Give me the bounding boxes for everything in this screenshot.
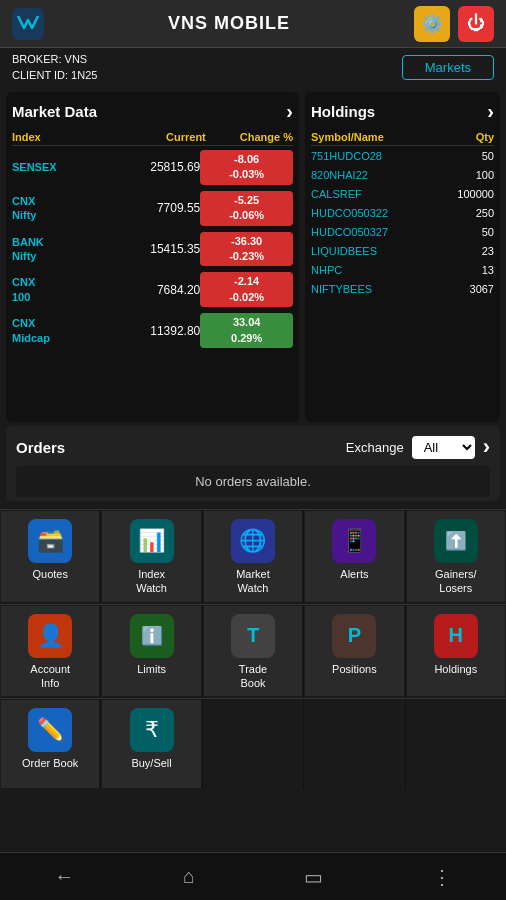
markets-button[interactable]: Markets xyxy=(402,55,494,80)
market-index-name: CNXNifty xyxy=(12,194,106,223)
orders-title: Orders xyxy=(16,439,65,456)
nav-index-watch-label: IndexWatch xyxy=(136,567,167,596)
broker-label: BROKER: VNS xyxy=(12,51,97,68)
account-info-icon: 👤 xyxy=(28,614,72,658)
holdings-qty: 100 xyxy=(476,169,494,181)
holdings-symbol: CALSREF xyxy=(311,188,457,200)
holdings-icon: H xyxy=(434,614,478,658)
nav-empty-5 xyxy=(406,699,506,789)
holdings-rows-container: 751HUDCO28 50 820NHAI22 100 CALSREF 1000… xyxy=(311,150,494,295)
col-index-header: Index xyxy=(12,131,109,143)
holdings-symbol: HUDCO050322 xyxy=(311,207,476,219)
market-index-name: CNXMidcap xyxy=(12,316,106,345)
nav-positions-label: Positions xyxy=(332,662,377,676)
market-row: CNXMidcap 11392.80 33.040.29% xyxy=(12,313,293,348)
holdings-row: CALSREF 100000 xyxy=(311,188,494,200)
holdings-row: NHPC 13 xyxy=(311,264,494,276)
android-home-button[interactable]: ⌂ xyxy=(183,865,195,888)
broker-bar: BROKER: VNS CLIENT ID: 1N25 Markets xyxy=(0,48,506,86)
holdings-panel-arrow[interactable]: › xyxy=(487,100,494,123)
holdings-panel-title: Holdings xyxy=(311,103,375,120)
holdings-table-header: Symbol/Name Qty xyxy=(311,129,494,146)
market-row: CNX100 7684.20 -2.14-0.02% xyxy=(12,272,293,307)
nav-market-watch[interactable]: 🌐 MarketWatch xyxy=(203,510,303,603)
nav-grid-row3: ✏️ Order Book ₹ Buy/Sell xyxy=(0,698,506,789)
app-title: VNS MOBILE xyxy=(44,13,414,34)
holdings-panel-header: Holdings › xyxy=(311,100,494,123)
holdings-symbol: 820NHAI22 xyxy=(311,169,476,181)
col-symbol-header: Symbol/Name xyxy=(311,131,476,143)
quotes-icon: 🗃️ xyxy=(28,519,72,563)
nav-buy-sell-label: Buy/Sell xyxy=(131,756,171,770)
holdings-row: 751HUDCO28 50 xyxy=(311,150,494,162)
nav-account-info[interactable]: 👤 AccountInfo xyxy=(0,605,100,698)
orders-arrow[interactable]: › xyxy=(483,434,490,460)
nav-grid-container: 🗃️ Quotes 📊 IndexWatch 🌐 MarketWatch 📱 A… xyxy=(0,509,506,789)
holdings-panel: Holdings › Symbol/Name Qty 751HUDCO28 50… xyxy=(305,92,500,422)
nav-order-book[interactable]: ✏️ Order Book xyxy=(0,699,100,789)
android-back-button[interactable]: ← xyxy=(54,865,74,888)
nav-trade-book[interactable]: T TradeBook xyxy=(203,605,303,698)
holdings-symbol: NHPC xyxy=(311,264,482,276)
limits-icon: ℹ️ xyxy=(130,614,174,658)
market-current-value: 25815.69 xyxy=(106,160,200,174)
holdings-row: LIQUIDBEES 23 xyxy=(311,245,494,257)
header-actions: ⚙️ ⏻ xyxy=(414,6,494,42)
android-recent-button[interactable]: ▭ xyxy=(304,865,323,889)
android-nav-bar: ← ⌂ ▭ ⋮ xyxy=(0,852,506,900)
logo-container xyxy=(12,8,44,40)
market-watch-icon: 🌐 xyxy=(231,519,275,563)
nav-alerts-label: Alerts xyxy=(340,567,368,581)
nav-index-watch[interactable]: 📊 IndexWatch xyxy=(101,510,201,603)
nav-grid-row2: 👤 AccountInfo ℹ️ Limits T TradeBook P Po… xyxy=(0,604,506,698)
market-row: SENSEX 25815.69 -8.06-0.03% xyxy=(12,150,293,185)
nav-holdings-label: Holdings xyxy=(434,662,477,676)
market-index-name: SENSEX xyxy=(12,160,106,174)
holdings-qty: 50 xyxy=(482,150,494,162)
panels-row: Market Data › Index Current Change % SEN… xyxy=(0,86,506,426)
nav-limits-label: Limits xyxy=(137,662,166,676)
col-qty-header: Qty xyxy=(476,131,494,143)
exchange-select[interactable]: All NSE BSE xyxy=(412,436,475,459)
nav-positions[interactable]: P Positions xyxy=(304,605,404,698)
market-rows-container: SENSEX 25815.69 -8.06-0.03% CNXNifty 770… xyxy=(12,150,293,348)
change-badge: -36.30-0.23% xyxy=(200,232,293,267)
orders-status: No orders available. xyxy=(16,466,490,497)
nav-quotes[interactable]: 🗃️ Quotes xyxy=(0,510,100,603)
market-index-name: BANKNifty xyxy=(12,235,106,264)
nav-limits[interactable]: ℹ️ Limits xyxy=(101,605,201,698)
client-label: CLIENT ID: 1N25 xyxy=(12,67,97,84)
market-current-value: 7684.20 xyxy=(106,283,200,297)
svg-rect-0 xyxy=(12,8,44,40)
change-badge: -8.06-0.03% xyxy=(200,150,293,185)
holdings-symbol: NIFTYBEES xyxy=(311,283,470,295)
market-row: CNXNifty 7709.55 -5.25-0.06% xyxy=(12,191,293,226)
holdings-qty: 100000 xyxy=(457,188,494,200)
change-badge: -2.14-0.02% xyxy=(200,272,293,307)
settings-button[interactable]: ⚙️ xyxy=(414,6,450,42)
change-badge: 33.040.29% xyxy=(200,313,293,348)
holdings-qty: 250 xyxy=(476,207,494,219)
market-panel-header: Market Data › xyxy=(12,100,293,123)
nav-buy-sell[interactable]: ₹ Buy/Sell xyxy=(101,699,201,789)
market-data-panel: Market Data › Index Current Change % SEN… xyxy=(6,92,299,422)
nav-gainers-losers[interactable]: ⬆️ Gainers/Losers xyxy=(406,510,506,603)
power-button[interactable]: ⏻ xyxy=(458,6,494,42)
market-panel-title: Market Data xyxy=(12,103,97,120)
exchange-row: Exchange All NSE BSE › xyxy=(346,434,490,460)
nav-gainers-losers-label: Gainers/Losers xyxy=(435,567,477,596)
market-current-value: 11392.80 xyxy=(106,324,200,338)
index-watch-icon: 📊 xyxy=(130,519,174,563)
android-menu-button[interactable]: ⋮ xyxy=(432,865,452,889)
order-book-icon: ✏️ xyxy=(28,708,72,752)
nav-grid-row1: 🗃️ Quotes 📊 IndexWatch 🌐 MarketWatch 📱 A… xyxy=(0,509,506,603)
market-current-value: 7709.55 xyxy=(106,201,200,215)
holdings-qty: 23 xyxy=(482,245,494,257)
nav-alerts[interactable]: 📱 Alerts xyxy=(304,510,404,603)
nav-holdings[interactable]: H Holdings xyxy=(406,605,506,698)
market-row: BANKNifty 15415.35 -36.30-0.23% xyxy=(12,232,293,267)
market-panel-arrow[interactable]: › xyxy=(286,100,293,123)
buy-sell-icon: ₹ xyxy=(130,708,174,752)
market-table-header: Index Current Change % xyxy=(12,129,293,146)
positions-icon: P xyxy=(332,614,376,658)
